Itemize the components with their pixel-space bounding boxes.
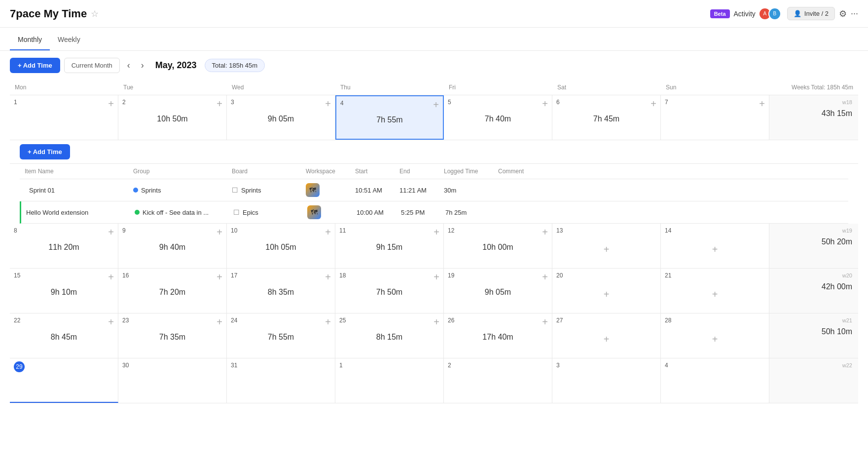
activity-button[interactable]: Activity A B — [734, 7, 781, 20]
tab-weekly[interactable]: Weekly — [50, 30, 88, 50]
add-day-24[interactable]: + — [325, 316, 331, 328]
day-14[interactable]: 14 + — [661, 224, 769, 268]
day-11[interactable]: 11 + 9h 15m — [335, 224, 444, 268]
day-31[interactable]: 31 — [227, 358, 335, 403]
detail-table: Item Name Group Board Workspace Start En… — [10, 164, 858, 224]
add-day-8[interactable]: + — [108, 227, 114, 238]
add-day-28[interactable]: + — [712, 334, 718, 345]
col-workspace: Workspace — [306, 168, 355, 175]
day-8[interactable]: 8 + 11h 20m — [10, 224, 118, 268]
day-27[interactable]: 27 + — [552, 313, 661, 358]
add-day-18[interactable]: + — [434, 272, 439, 283]
add-day-12[interactable]: + — [542, 227, 548, 238]
day-9[interactable]: 9 + 9h 40m — [118, 224, 227, 268]
day-5[interactable]: 5 + 7h 40m — [444, 95, 552, 140]
add-day-19[interactable]: + — [542, 272, 548, 283]
add-day-3[interactable]: + — [325, 98, 331, 110]
settings-icon[interactable]: ⚙ — [839, 8, 847, 19]
add-day-27[interactable]: + — [604, 334, 610, 345]
star-icon[interactable]: ☆ — [91, 8, 99, 19]
add-day-21[interactable]: + — [712, 289, 718, 300]
add-day-20[interactable]: + — [604, 289, 610, 300]
day-28[interactable]: 28 + — [661, 313, 769, 358]
col-mon: Mon — [10, 80, 118, 95]
day-jun1[interactable]: 1 — [335, 358, 444, 403]
day-21[interactable]: 21 + — [661, 269, 769, 313]
day-7[interactable]: 7 + — [661, 95, 769, 140]
col-board: Board — [232, 168, 306, 175]
col-end: End — [399, 168, 444, 175]
add-time-button-top[interactable]: + Add Time — [10, 58, 60, 73]
start-sprint01: 10:51 AM — [355, 187, 399, 194]
more-icon[interactable]: ··· — [851, 8, 858, 19]
prev-month-button[interactable]: ‹ — [124, 58, 134, 73]
app-title: 7pace My Time — [10, 7, 87, 20]
item-name-helloworld: Hello World extension — [26, 209, 135, 216]
add-day-15[interactable]: + — [108, 272, 114, 283]
beta-badge: Beta — [710, 9, 730, 18]
calendar-row-w20: 15 + 9h 10m 16 + 7h 20m 17 + 8h 35m 18 +… — [10, 269, 858, 313]
add-day-10[interactable]: + — [325, 227, 331, 238]
day-16[interactable]: 16 + 7h 20m — [118, 269, 227, 313]
add-day-14[interactable]: + — [712, 244, 718, 255]
add-day-4[interactable]: + — [433, 99, 439, 111]
add-day-17[interactable]: + — [325, 272, 331, 283]
invite-button[interactable]: 👤 Invite / 2 — [787, 7, 835, 20]
day-20[interactable]: 20 + — [552, 269, 661, 313]
add-day-1[interactable]: + — [108, 98, 114, 110]
day-1[interactable]: 1 + — [10, 95, 118, 140]
col-sat: Sat — [552, 80, 661, 95]
day-23[interactable]: 23 + 7h 35m — [118, 313, 227, 358]
tab-monthly[interactable]: Monthly — [10, 30, 50, 50]
day-13[interactable]: 13 + — [552, 224, 661, 268]
board-helloworld: ☐ Epics — [233, 208, 307, 216]
day-3[interactable]: 3 + 9h 05m — [227, 95, 335, 140]
col-thu: Thu — [335, 80, 444, 95]
add-day-22[interactable]: + — [108, 316, 114, 328]
day-jun3[interactable]: 3 — [552, 358, 661, 403]
add-day-13[interactable]: + — [604, 244, 610, 255]
day-4[interactable]: 4 + 7h 55m — [335, 95, 444, 140]
day-18[interactable]: 18 + 7h 50m — [335, 269, 444, 313]
day-22[interactable]: 22 + 8h 45m — [10, 313, 118, 358]
detail-row-2[interactable]: Hello World extension Kick off - See dat… — [20, 201, 848, 224]
detail-row-1[interactable]: Sprint 01 Sprints ☐ Sprints 🗺 10:51 AM 1… — [20, 179, 848, 201]
add-day-11[interactable]: + — [434, 227, 439, 238]
day-15[interactable]: 15 + 9h 10m — [10, 269, 118, 313]
col-item-name: Item Name — [25, 168, 133, 175]
tab-bar: Monthly Weekly — [0, 30, 868, 51]
workspace-helloworld: 🗺 — [307, 205, 357, 219]
add-day-16[interactable]: + — [217, 272, 222, 283]
col-tue: Tue — [118, 80, 227, 95]
add-day-6[interactable]: + — [651, 98, 656, 110]
add-day-7[interactable]: + — [759, 98, 765, 110]
col-comment: Comment — [498, 168, 843, 175]
add-day-26[interactable]: + — [542, 316, 548, 328]
add-day-23[interactable]: + — [217, 316, 222, 328]
current-month-button[interactable]: Current Month — [64, 58, 120, 73]
day-10[interactable]: 10 + 10h 05m — [227, 224, 335, 268]
add-day-9[interactable]: + — [217, 227, 222, 238]
add-day-25[interactable]: + — [434, 316, 439, 328]
day-12[interactable]: 12 + 10h 00m — [444, 224, 552, 268]
next-month-button[interactable]: › — [138, 58, 147, 73]
day-26[interactable]: 26 + 17h 40m — [444, 313, 552, 358]
logged-helloworld: 7h 25m — [445, 209, 500, 216]
add-day-5[interactable]: + — [542, 98, 548, 110]
add-time-button-mid[interactable]: + Add Time — [20, 144, 70, 159]
group-dot-2 — [135, 210, 140, 215]
day-jun4[interactable]: 4 — [661, 358, 769, 403]
day-25[interactable]: 25 + 8h 15m — [335, 313, 444, 358]
day-19[interactable]: 19 + 9h 05m — [444, 269, 552, 313]
day-24[interactable]: 24 + 7h 55m — [227, 313, 335, 358]
week-total-w21: w21 50h 10m — [769, 313, 858, 358]
day-30[interactable]: 30 — [118, 358, 227, 403]
day-6[interactable]: 6 + 7h 45m — [552, 95, 661, 140]
day-17[interactable]: 17 + 8h 35m — [227, 269, 335, 313]
day-29[interactable]: 29 — [10, 358, 118, 403]
day-jun2[interactable]: 2 — [444, 358, 552, 403]
add-day-2[interactable]: + — [217, 98, 222, 110]
day-2[interactable]: 2 + 10h 50m — [118, 95, 227, 140]
avatar-2: B — [768, 7, 781, 20]
group-dot-1 — [133, 188, 138, 193]
